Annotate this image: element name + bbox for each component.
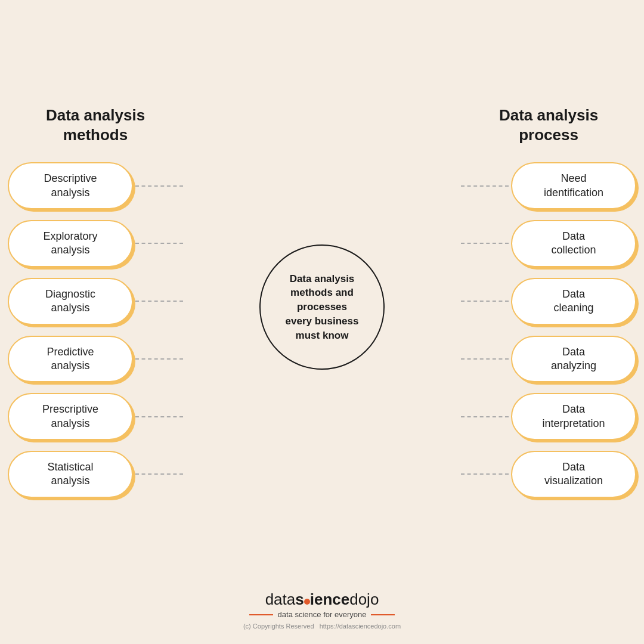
left-header: Data analysismethods bbox=[46, 106, 145, 144]
data-collection-pill: Datacollection bbox=[511, 220, 636, 267]
left-item-5: Prescriptiveanalysis bbox=[8, 393, 183, 440]
descriptive-analysis-pill: Descriptiveanalysis bbox=[8, 162, 133, 209]
diagnostic-analysis-pill: Diagnosticanalysis bbox=[8, 278, 133, 325]
center-circle: Data analysismethods andprocessesevery b… bbox=[259, 244, 385, 370]
connector-6 bbox=[135, 473, 183, 475]
exploratory-analysis-pill: Exploratoryanalysis bbox=[8, 220, 133, 267]
left-column: Data analysismethods Descriptiveanalysis… bbox=[24, 106, 167, 509]
copyright-text: (c) Copyrights Reserved https://datascie… bbox=[0, 623, 644, 630]
predictive-analysis-pill: Predictiveanalysis bbox=[8, 336, 133, 383]
statistical-analysis-pill: Statisticalanalysis bbox=[8, 451, 133, 498]
center-column: Data analysismethods andprocessesevery b… bbox=[167, 244, 477, 370]
connector-r6 bbox=[461, 473, 509, 475]
left-item-2: Exploratoryanalysis bbox=[8, 220, 183, 267]
brand-name: datasiencedojo bbox=[0, 590, 644, 609]
left-item-4: Predictiveanalysis bbox=[8, 336, 183, 383]
prescriptive-analysis-pill: Prescriptiveanalysis bbox=[8, 393, 133, 440]
footer: datasiencedojo data science for everyone… bbox=[0, 590, 644, 644]
left-item-3: Diagnosticanalysis bbox=[8, 278, 183, 325]
data-interpretation-pill: Datainterpretation bbox=[511, 393, 636, 440]
tagline-right-line bbox=[371, 614, 395, 615]
right-item-1: Needidentification bbox=[461, 162, 636, 209]
right-item-2: Datacollection bbox=[461, 220, 636, 267]
right-item-5: Datainterpretation bbox=[461, 393, 636, 440]
tagline-text: data science for everyone bbox=[278, 610, 367, 619]
connector-r4 bbox=[461, 358, 509, 360]
left-item-6: Statisticalanalysis bbox=[8, 451, 183, 498]
connector-1 bbox=[135, 185, 183, 187]
data-analyzing-pill: Dataanalyzing bbox=[511, 336, 636, 383]
right-item-6: Datavisualization bbox=[461, 451, 636, 498]
tagline-left-line bbox=[249, 614, 273, 615]
connector-r3 bbox=[461, 301, 509, 302]
brand-dot bbox=[304, 599, 310, 605]
right-item-4: Dataanalyzing bbox=[461, 336, 636, 383]
right-column: Data analysisprocess Needidentification … bbox=[477, 106, 620, 509]
right-header: Data analysisprocess bbox=[499, 106, 598, 144]
need-identification-pill: Needidentification bbox=[511, 162, 636, 209]
columns-layout: Data analysismethods Descriptiveanalysis… bbox=[0, 0, 644, 590]
data-cleaning-pill: Datacleaning bbox=[511, 278, 636, 325]
right-item-3: Datacleaning bbox=[461, 278, 636, 325]
left-item-1: Descriptiveanalysis bbox=[8, 162, 183, 209]
data-visualization-pill: Datavisualization bbox=[511, 451, 636, 498]
connector-r5 bbox=[461, 416, 509, 417]
brand-tagline: data science for everyone bbox=[0, 610, 644, 619]
connector-r1 bbox=[461, 185, 509, 187]
connector-r2 bbox=[461, 243, 509, 244]
main-container: Data analysismethods Descriptiveanalysis… bbox=[0, 0, 644, 644]
connector-5 bbox=[135, 416, 183, 417]
